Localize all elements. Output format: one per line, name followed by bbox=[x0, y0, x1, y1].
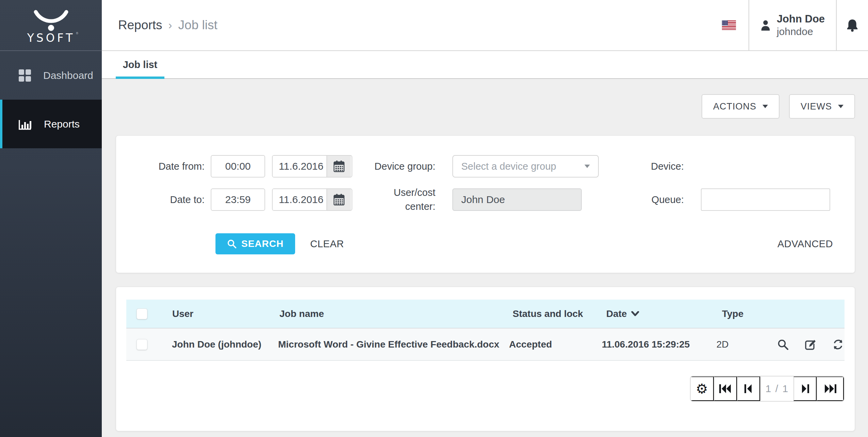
user-name: John Doe bbox=[777, 13, 825, 25]
first-page-icon bbox=[719, 384, 732, 393]
row-checkbox[interactable] bbox=[136, 339, 147, 350]
svg-text:®: ® bbox=[76, 32, 79, 35]
advanced-button[interactable]: ADVANCED bbox=[775, 238, 835, 250]
date-from-label: Date from: bbox=[116, 159, 205, 173]
chevron-down-icon bbox=[762, 105, 768, 108]
cell-status: Accepted bbox=[509, 339, 602, 350]
device-label: Device: bbox=[599, 159, 684, 173]
sort-desc-icon bbox=[631, 311, 639, 317]
sidebar-item-label: Reports bbox=[44, 118, 80, 130]
views-button[interactable]: VIEWS bbox=[789, 94, 855, 119]
date-to-label: Date to: bbox=[116, 193, 205, 207]
device-group-placeholder: Select a device group bbox=[461, 161, 584, 172]
select-all-checkbox[interactable] bbox=[136, 308, 147, 319]
search-button[interactable]: SEARCH bbox=[215, 233, 295, 254]
breadcrumb-current: Job list bbox=[178, 18, 218, 32]
date-to-date-input[interactable] bbox=[273, 189, 326, 210]
search-icon bbox=[227, 239, 237, 249]
date-to-calendar-button[interactable] bbox=[326, 189, 351, 210]
cell-date: 11.06.2016 15:29:25 bbox=[602, 339, 717, 350]
cell-user: John Doe (johndoe) bbox=[172, 339, 278, 350]
filter-row-1: Date from: bbox=[116, 155, 855, 178]
calendar-icon bbox=[334, 194, 344, 205]
bar-chart-icon bbox=[19, 118, 32, 130]
breadcrumb-parent[interactable]: Reports bbox=[118, 18, 162, 32]
sidebar-item-label: Dashboard bbox=[43, 70, 93, 81]
tab-job-list[interactable]: Job list bbox=[116, 51, 164, 78]
actions-button-label: ACTIONS bbox=[713, 101, 756, 112]
clear-button[interactable]: CLEAR bbox=[308, 238, 346, 250]
queue-label: Queue: bbox=[582, 193, 684, 207]
content-area: ACTIONS VIEWS Date from: bbox=[102, 79, 868, 437]
column-header-status[interactable]: Status and lock bbox=[513, 308, 606, 319]
date-to-time-input[interactable] bbox=[211, 188, 265, 211]
sidebar: YSOFT ® Dashboard Reports bbox=[0, 0, 102, 437]
last-page-button[interactable] bbox=[817, 376, 844, 401]
device-group-select[interactable]: Select a device group bbox=[452, 155, 599, 178]
first-page-button[interactable] bbox=[714, 376, 737, 401]
filter-row-3: SEARCH CLEAR ADVANCED bbox=[116, 233, 855, 254]
next-page-icon bbox=[801, 384, 809, 393]
header: Reports › Job list John Doe johndoe bbox=[102, 0, 868, 51]
search-button-label: SEARCH bbox=[241, 238, 284, 249]
dashboard-grid-icon bbox=[19, 69, 31, 82]
sidebar-item-reports[interactable]: Reports bbox=[0, 100, 102, 148]
column-header-date[interactable]: Date bbox=[606, 308, 722, 319]
bell-icon bbox=[846, 18, 858, 32]
breadcrumb: Reports › Job list bbox=[118, 0, 218, 50]
column-header-job-name[interactable]: Job name bbox=[279, 308, 513, 319]
calendar-icon bbox=[334, 161, 344, 172]
refresh-icon bbox=[832, 339, 844, 350]
previous-page-button[interactable] bbox=[737, 376, 760, 401]
ysoft-logo-icon: YSOFT ® bbox=[17, 6, 85, 44]
date-from-date-group bbox=[272, 155, 352, 178]
gear-icon: ⚙︎ bbox=[696, 382, 708, 396]
date-to-date-group bbox=[272, 188, 352, 211]
sidebar-item-dashboard[interactable]: Dashboard bbox=[0, 51, 102, 100]
previous-page-icon bbox=[744, 384, 753, 393]
toolbar: ACTIONS VIEWS bbox=[702, 94, 855, 119]
filter-row-2: Date to: bbox=[116, 188, 855, 211]
table-settings-button[interactable]: ⚙︎ bbox=[691, 376, 714, 401]
page-indicator: 1 / 1 bbox=[760, 376, 793, 401]
header-right: John Doe johndoe bbox=[709, 0, 868, 50]
cell-type: 2D bbox=[717, 339, 777, 350]
person-icon bbox=[760, 20, 771, 31]
last-page-icon bbox=[824, 384, 836, 393]
chevron-down-icon bbox=[584, 165, 590, 168]
date-from-time-input[interactable] bbox=[211, 155, 265, 178]
pagination: ⚙︎ 1 / 1 bbox=[690, 376, 845, 402]
cell-job-name: Microsoft Word - Givine Effective Feedba… bbox=[278, 339, 509, 350]
notifications-button[interactable] bbox=[837, 0, 868, 50]
user-menu[interactable]: John Doe johndoe bbox=[749, 0, 836, 50]
detail-icon bbox=[777, 339, 789, 350]
language-selector[interactable] bbox=[709, 0, 749, 50]
edit-icon bbox=[804, 339, 817, 350]
device-group-label: Device group: bbox=[352, 159, 435, 173]
job-detail-button[interactable] bbox=[777, 339, 789, 350]
job-edit-button[interactable] bbox=[804, 339, 817, 350]
date-from-date-input[interactable] bbox=[273, 156, 326, 177]
column-header-type[interactable]: Type bbox=[722, 308, 783, 319]
ysoft-logo: YSOFT ® bbox=[0, 0, 102, 51]
job-list-panel: User Job name Status and lock Date Type … bbox=[116, 287, 855, 431]
table-header-row: User Job name Status and lock Date Type bbox=[126, 300, 845, 329]
svg-text:YSOFT: YSOFT bbox=[27, 31, 75, 44]
breadcrumb-separator-icon: › bbox=[168, 19, 172, 32]
filter-panel: Date from: bbox=[116, 135, 855, 273]
date-from-calendar-button[interactable] bbox=[326, 156, 351, 177]
active-tab-underline bbox=[116, 77, 164, 79]
table-row[interactable]: John Doe (johndoe) Microsoft Word - Givi… bbox=[126, 329, 845, 361]
views-button-label: VIEWS bbox=[801, 101, 832, 112]
user-username: johndoe bbox=[777, 26, 825, 38]
tab-bar: Job list bbox=[102, 51, 868, 79]
queue-input[interactable] bbox=[701, 188, 830, 211]
user-cost-center-field: John Doe bbox=[452, 188, 582, 211]
chevron-down-icon bbox=[838, 105, 843, 108]
us-flag-icon bbox=[722, 20, 736, 30]
app-window: YSOFT ® Dashboard Reports bbox=[0, 0, 868, 437]
column-header-user[interactable]: User bbox=[172, 308, 279, 319]
actions-button[interactable]: ACTIONS bbox=[702, 94, 779, 119]
next-page-button[interactable] bbox=[793, 376, 817, 401]
job-refresh-button[interactable] bbox=[832, 339, 844, 350]
